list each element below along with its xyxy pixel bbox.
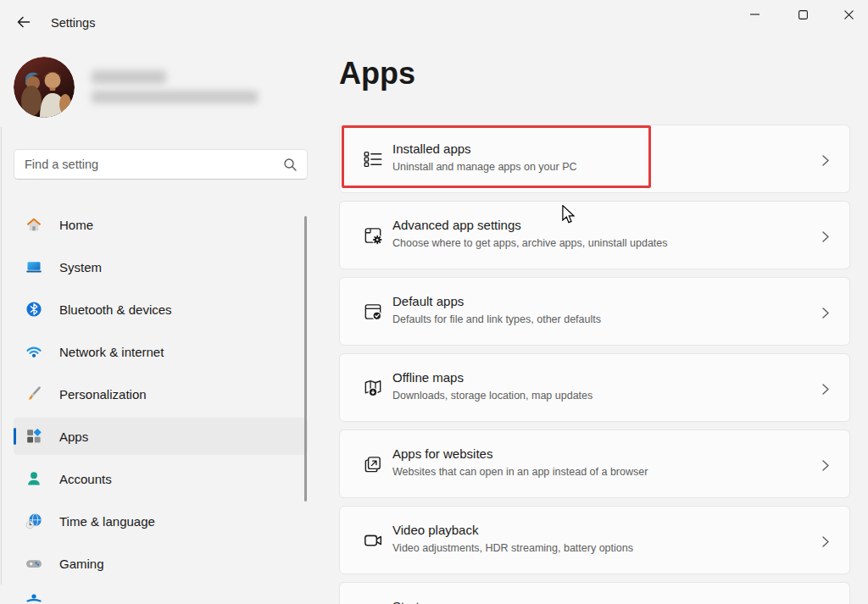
card-title: Startup (392, 599, 433, 604)
chevron-right-icon (822, 307, 829, 322)
bluetooth-icon (25, 301, 42, 318)
sidebar-item-personalization[interactable]: Personalization (14, 375, 308, 413)
sidebar-item-label: Bluetooth & devices (59, 302, 172, 317)
sidebar-item-accounts[interactable]: Accounts (14, 460, 308, 497)
sidebar-item-system[interactable]: System (14, 248, 308, 285)
advanced-app-settings-icon (362, 224, 384, 247)
card-subtitle: Choose where to get apps, archive apps, … (392, 237, 668, 249)
minimize-icon (750, 14, 760, 15)
search-input[interactable] (25, 150, 279, 179)
close-button[interactable] (830, 0, 868, 29)
maximize-button[interactable] (782, 0, 823, 29)
sidebar-item-label: Home (59, 218, 93, 232)
card-subtitle: Defaults for file and link types, other … (392, 313, 601, 325)
sidebar-item-label: Time & language (59, 514, 155, 529)
sidebar-item-time-language[interactable]: Time & language (14, 502, 308, 540)
sidebar-item-label: Personalization (59, 387, 147, 402)
card-title: Default apps (392, 294, 464, 308)
sidebar-item-label: Accounts (59, 472, 112, 486)
search-icon (283, 158, 298, 175)
page-title: Apps (339, 56, 415, 91)
card-title: Advanced app settings (392, 218, 521, 232)
sidebar-item-apps[interactable]: Apps (14, 418, 308, 455)
sidebar-item-gaming[interactable]: Gaming (14, 545, 308, 582)
card-offline-maps[interactable]: Offline maps Downloads, storage location… (339, 353, 850, 422)
sidebar-item-home[interactable]: Home (14, 206, 308, 243)
gaming-icon (25, 555, 42, 572)
minimize-button[interactable] (734, 0, 775, 29)
sidebar-nav: Home System Bluetooth & devices Network … (0, 206, 322, 587)
card-default-apps[interactable]: Default apps Defaults for file and link … (339, 277, 850, 346)
card-subtitle: Websites that can open in an app instead… (392, 466, 648, 478)
apps-icon (25, 428, 42, 445)
avatar (14, 57, 75, 118)
video-playback-icon (362, 529, 384, 551)
sidebar-scrollbar[interactable] (304, 216, 307, 501)
chevron-right-icon (822, 154, 829, 169)
apps-for-websites-icon (362, 453, 384, 475)
card-title: Apps for websites (392, 446, 492, 461)
titlebar: Settings (0, 0, 868, 41)
card-apps-for-websites[interactable]: Apps for websites Websites that can open… (339, 429, 850, 498)
card-subtitle: Video adjustments, HDR streaming, batter… (392, 542, 633, 554)
network-icon (25, 343, 42, 360)
card-title: Installed apps (392, 141, 471, 156)
maximize-icon (798, 10, 808, 19)
card-title: Offline maps (392, 370, 464, 385)
window-title: Settings (51, 16, 95, 30)
default-apps-icon (362, 301, 384, 323)
profile-email-redacted (92, 91, 258, 103)
system-icon (25, 258, 42, 275)
back-arrow-icon (17, 16, 31, 28)
time-language-icon (25, 513, 42, 529)
user-profile[interactable] (14, 57, 302, 121)
installed-apps-icon (362, 148, 384, 170)
card-subtitle: Downloads, storage location, map updates (392, 390, 593, 402)
close-icon (844, 10, 854, 19)
chevron-right-icon (822, 459, 829, 474)
chevron-right-icon (822, 383, 829, 398)
search-box (14, 149, 308, 180)
personalization-icon (25, 385, 42, 402)
sidebar-item-bluetooth-devices[interactable]: Bluetooth & devices (14, 291, 308, 328)
accessibility-icon (25, 590, 43, 604)
sidebar-item-label: System (59, 260, 102, 274)
sidebar-item-label: Gaming (59, 557, 104, 571)
chevron-right-icon (822, 535, 829, 551)
card-installed-apps[interactable]: Installed apps Uninstall and manage apps… (339, 125, 850, 193)
sidebar-item-label: Apps (59, 429, 88, 444)
profile-name-redacted (92, 70, 166, 84)
home-icon (25, 216, 42, 233)
card-subtitle: Uninstall and manage apps on your PC (392, 161, 577, 173)
offline-maps-icon (362, 377, 384, 399)
card-video-playback[interactable]: Video playback Video adjustments, HDR st… (339, 506, 850, 574)
sidebar-item-label: Network & internet (59, 345, 164, 359)
selected-indicator (14, 428, 16, 445)
card-startup[interactable]: Startup (339, 582, 850, 604)
accounts-icon (25, 470, 42, 487)
card-advanced-app-settings[interactable]: Advanced app settings Choose where to ge… (339, 201, 850, 269)
left-edge-divider (1, 127, 2, 585)
sidebar-item-network-internet[interactable]: Network & internet (14, 333, 308, 370)
chevron-right-icon (822, 230, 829, 246)
back-button[interactable] (10, 9, 37, 35)
card-title: Video playback (392, 523, 478, 537)
